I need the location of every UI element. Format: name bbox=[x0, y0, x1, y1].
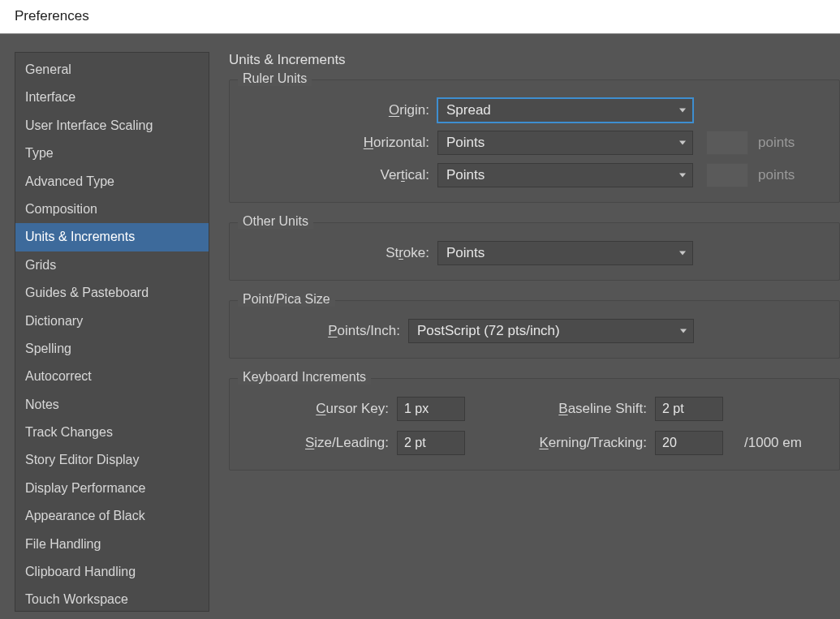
label-baseline-shift: Baseline Shift: bbox=[510, 401, 655, 417]
label-vertical: Vertical: bbox=[244, 167, 437, 183]
unit-horizontal: points bbox=[758, 135, 795, 151]
dropdown-stroke[interactable]: Points bbox=[437, 241, 693, 265]
sidebar-item-grids[interactable]: Grids bbox=[15, 251, 209, 279]
label-horizontal: Horizontal: bbox=[244, 135, 437, 151]
sidebar-item-appearance-of-black[interactable]: Appearance of Black bbox=[15, 502, 209, 530]
chevron-down-icon bbox=[680, 329, 687, 333]
group-legend-pointpica: Point/Pica Size bbox=[238, 292, 335, 307]
input-cursor-key[interactable] bbox=[397, 397, 465, 421]
label-points-inch: Points/Inch: bbox=[244, 323, 408, 339]
unit-vertical: points bbox=[758, 167, 795, 183]
sidebar-item-notes[interactable]: Notes bbox=[15, 391, 209, 419]
dropdown-horizontal[interactable]: Points bbox=[437, 131, 693, 155]
chevron-down-icon bbox=[679, 109, 686, 113]
chevron-down-icon bbox=[679, 174, 686, 178]
label-origin: Origin: bbox=[244, 102, 437, 118]
group-other-units: Other Units Stroke: Points bbox=[229, 222, 840, 281]
sidebar-item-type[interactable]: Type bbox=[15, 140, 209, 167]
input-horizontal-value[interactable] bbox=[706, 131, 748, 155]
input-size-leading[interactable] bbox=[397, 431, 465, 455]
dropdown-origin-value: Spread bbox=[446, 102, 491, 118]
label-kerning-tracking: Kerning/Tracking: bbox=[510, 435, 655, 451]
dropdown-vertical-value: Points bbox=[446, 167, 485, 183]
label-cursor-key: Cursor Key: bbox=[244, 401, 397, 417]
sidebar-item-composition[interactable]: Composition bbox=[15, 196, 209, 223]
sidebar-item-dictionary[interactable]: Dictionary bbox=[15, 307, 209, 335]
sidebar: GeneralInterfaceUser Interface ScalingTy… bbox=[15, 52, 209, 612]
label-stroke: Stroke: bbox=[244, 245, 437, 261]
label-size-leading: Size/Leading: bbox=[244, 435, 397, 451]
sidebar-item-user-interface-scaling[interactable]: User Interface Scaling bbox=[15, 112, 209, 140]
group-legend-other: Other Units bbox=[238, 214, 313, 229]
chevron-down-icon bbox=[679, 141, 686, 145]
group-legend-keyboard: Keyboard Increments bbox=[238, 370, 371, 385]
sidebar-item-units-increments[interactable]: Units & Increments bbox=[15, 223, 209, 251]
chevron-down-icon bbox=[679, 251, 686, 256]
group-keyboard-increments: Keyboard Increments Cursor Key: Baseline… bbox=[229, 378, 840, 471]
sidebar-item-general[interactable]: General bbox=[15, 56, 209, 84]
sidebar-item-spelling[interactable]: Spelling bbox=[15, 335, 209, 363]
sidebar-item-file-handling[interactable]: File Handling bbox=[15, 531, 209, 558]
sidebar-item-clipboard-handling[interactable]: Clipboard Handling bbox=[15, 558, 209, 586]
input-vertical-value[interactable] bbox=[706, 163, 748, 187]
sidebar-item-touch-workspace[interactable]: Touch Workspace bbox=[15, 586, 209, 612]
group-ruler-units: Ruler Units Origin: Spread Horizontal: P… bbox=[229, 80, 840, 203]
dropdown-origin[interactable]: Spread bbox=[437, 98, 693, 123]
main-panel: Units & Increments Ruler Units Origin: S… bbox=[209, 52, 840, 619]
sidebar-item-autocorrect[interactable]: Autocorrect bbox=[15, 363, 209, 390]
window-title: Preferences bbox=[15, 8, 89, 24]
sidebar-item-advanced-type[interactable]: Advanced Type bbox=[15, 168, 209, 196]
dropdown-horizontal-value: Points bbox=[446, 135, 485, 151]
dropdown-points-inch[interactable]: PostScript (72 pts/inch) bbox=[408, 319, 694, 343]
dropdown-vertical[interactable]: Points bbox=[437, 163, 693, 187]
input-kerning-tracking[interactable] bbox=[655, 431, 723, 455]
window-title-bar: Preferences bbox=[0, 0, 840, 34]
input-baseline-shift[interactable] bbox=[655, 397, 723, 421]
panel-title: Units & Increments bbox=[229, 52, 840, 68]
kerning-suffix: /1000 em bbox=[744, 435, 825, 451]
sidebar-item-guides-pasteboard[interactable]: Guides & Pasteboard bbox=[15, 279, 209, 307]
sidebar-item-story-editor-display[interactable]: Story Editor Display bbox=[15, 446, 209, 474]
dropdown-stroke-value: Points bbox=[446, 245, 485, 261]
sidebar-item-interface[interactable]: Interface bbox=[15, 84, 209, 111]
sidebar-item-display-performance[interactable]: Display Performance bbox=[15, 475, 209, 502]
group-legend-ruler: Ruler Units bbox=[238, 71, 312, 86]
app-body: GeneralInterfaceUser Interface ScalingTy… bbox=[0, 34, 840, 619]
dropdown-points-inch-value: PostScript (72 pts/inch) bbox=[417, 323, 560, 339]
sidebar-item-track-changes[interactable]: Track Changes bbox=[15, 419, 209, 446]
group-point-pica: Point/Pica Size Points/Inch: PostScript … bbox=[229, 300, 840, 359]
